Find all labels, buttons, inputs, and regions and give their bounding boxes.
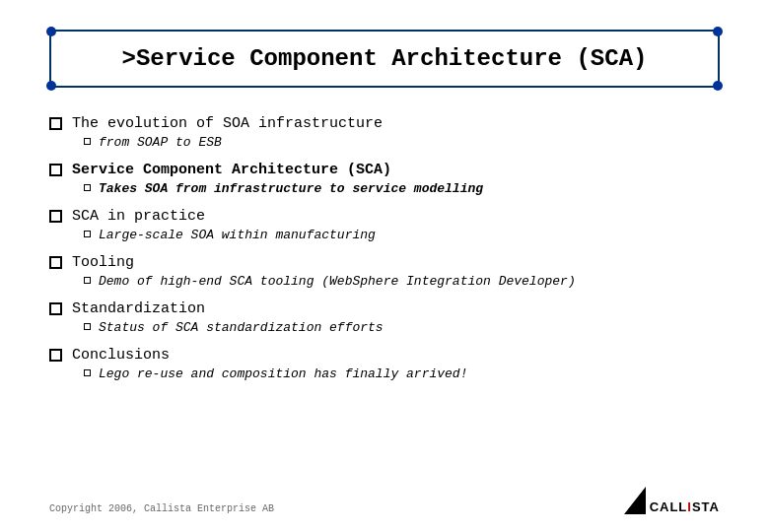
logo-wordmark: CALLISTA [650,499,720,514]
sub-label: Large-scale SOA within manufacturing [99,228,376,242]
corner-dot-tl [46,27,56,36]
slide: >Service Component Architecture (SCA) Th… [0,0,769,532]
bullet-square-icon [49,164,62,176]
sub-square-icon [84,231,91,237]
corner-dot-br [713,81,723,91]
callista-logo: CALLISTA [624,487,720,514]
list-item: Service Component Architecture (SCA) Tak… [49,162,720,196]
main-label: Service Component Architecture (SCA) [72,162,391,178]
sub-square-icon [84,138,91,145]
corner-dot-bl [46,81,56,91]
footer: Copyright 2006, Callista Enterprise AB C… [49,487,720,514]
bullet-square-icon [49,210,62,223]
main-bullet: Tooling [49,254,720,271]
sub-label: Demo of high-end SCA tooling (WebSphere … [99,274,576,289]
slide-title: >Service Component Architecture (SCA) [71,45,698,72]
sub-bullet: Takes SOA from infrastructure to service… [84,181,720,196]
logo-triangle-icon [624,487,646,514]
list-item: SCA in practice Large-scale SOA within m… [49,208,720,242]
main-bullet: The evolution of SOA infrastructure [49,115,720,132]
main-bullet: Standardization [49,300,720,317]
corner-dot-tr [713,27,723,36]
agenda-list: The evolution of SOA infrastructure from… [49,115,720,381]
sub-bullet: Large-scale SOA within manufacturing [84,228,720,242]
sub-bullet: Lego re-use and composition has finally … [84,366,720,381]
sub-square-icon [84,323,91,330]
sub-square-icon [84,369,91,376]
list-item: Conclusions Lego re-use and composition … [49,347,720,381]
sub-label: Lego re-use and composition has finally … [99,366,467,381]
bullet-square-icon [49,302,62,315]
list-item: Standardization Status of SCA standardiz… [49,300,720,335]
bullet-square-icon [49,349,62,362]
sub-label: Status of SCA standardization efforts [99,320,384,335]
main-label: Standardization [72,300,205,317]
bullet-square-icon [49,256,62,269]
bullet-square-icon [49,117,62,130]
main-label: Tooling [72,254,134,271]
main-label: SCA in practice [72,208,205,225]
list-item: The evolution of SOA infrastructure from… [49,115,720,150]
copyright-text: Copyright 2006, Callista Enterprise AB [49,503,274,514]
sub-bullet: from SOAP to ESB [84,135,720,150]
sub-label: from SOAP to ESB [99,135,222,150]
main-label: The evolution of SOA infrastructure [72,115,383,132]
main-bullet: Service Component Architecture (SCA) [49,162,720,178]
sub-label: Takes SOA from infrastructure to service… [99,181,483,196]
main-bullet: SCA in practice [49,208,720,225]
title-box: >Service Component Architecture (SCA) [49,30,720,88]
list-item: Tooling Demo of high-end SCA tooling (We… [49,254,720,289]
main-bullet: Conclusions [49,347,720,364]
logo-accent: I [687,499,692,514]
sub-square-icon [84,277,91,284]
sub-bullet: Demo of high-end SCA tooling (WebSphere … [84,274,720,289]
sub-bullet: Status of SCA standardization efforts [84,320,720,335]
sub-square-icon [84,184,91,191]
main-label: Conclusions [72,347,170,364]
